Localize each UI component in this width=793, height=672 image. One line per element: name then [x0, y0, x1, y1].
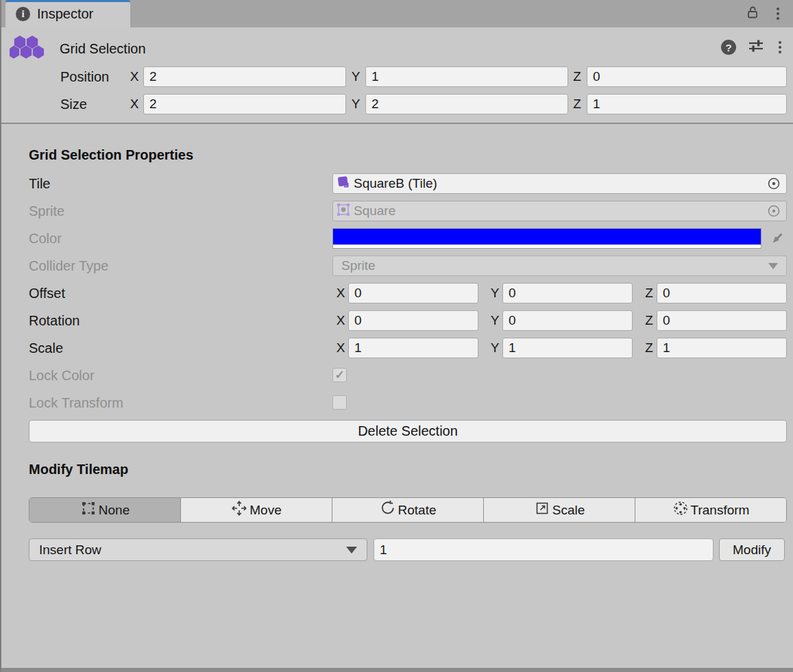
tool-scale-button[interactable]: Scale: [484, 498, 635, 522]
grid-selection-header: Grid Selection ? Position X Y Z Size X Y: [0, 27, 793, 123]
lock-color-label: Lock Color: [29, 365, 95, 386]
position-z-input[interactable]: [587, 66, 787, 87]
tool-label: None: [99, 503, 130, 518]
info-icon: i: [16, 7, 30, 21]
presets-icon[interactable]: [748, 38, 764, 56]
chevron-down-icon: [346, 547, 357, 553]
size-axis-y-label: Y: [350, 94, 361, 114]
object-picker-icon: [767, 204, 781, 218]
tile-label: Tile: [29, 173, 50, 194]
position-label: Position: [60, 66, 109, 87]
delete-selection-button[interactable]: Delete Selection: [29, 420, 787, 443]
tab-menu-kebab-icon[interactable]: [774, 5, 782, 23]
scale-icon: [534, 500, 550, 520]
tile-object-field[interactable]: SquareB (Tile): [332, 173, 787, 194]
size-x-input[interactable]: [143, 94, 346, 114]
size-y-input[interactable]: [365, 94, 568, 114]
offset-axis-z-label: Z: [644, 283, 655, 303]
chevron-down-icon: [768, 263, 778, 269]
rotation-y-input[interactable]: [502, 310, 633, 331]
size-label: Size: [60, 94, 87, 114]
lock-color-checkbox: ✓: [332, 368, 347, 382]
color-label: Color: [29, 228, 62, 249]
transform-icon: [672, 500, 689, 520]
scale-x-input[interactable]: [348, 338, 478, 358]
lock-transform-label: Lock Transform: [29, 393, 123, 413]
check-icon: ✓: [334, 369, 344, 381]
none-selection-icon: [80, 500, 97, 520]
eyedropper-icon: [768, 230, 785, 251]
lock-transform-checkbox: ✓: [332, 395, 347, 410]
tool-transform-button[interactable]: Transform: [635, 498, 786, 522]
operation-value: Insert Row: [39, 543, 101, 558]
collider-type-dropdown: Sprite: [332, 256, 787, 276]
modify-button[interactable]: Modify: [719, 538, 785, 561]
offset-label: Offset: [29, 283, 65, 303]
rotation-z-input[interactable]: [657, 310, 787, 331]
move-icon: [231, 500, 247, 520]
header-menu-kebab-icon[interactable]: [776, 38, 784, 56]
grid-selection-body: Grid Selection Properties Tile SquareB (…: [0, 124, 793, 668]
offset-axis-y-label: Y: [489, 283, 500, 303]
offset-y-input[interactable]: [502, 283, 633, 303]
tool-label: Move: [249, 503, 281, 518]
color-swatch[interactable]: [332, 228, 761, 249]
collider-type-value: Sprite: [341, 258, 376, 273]
grid-selection-icon: [10, 34, 44, 69]
help-icon[interactable]: ?: [721, 40, 736, 55]
scale-axis-y-label: Y: [489, 338, 500, 358]
panel-bottom-edge: [0, 668, 793, 672]
scale-z-input[interactable]: [657, 338, 787, 358]
section-title-grid-selection-properties: Grid Selection Properties: [29, 147, 193, 163]
rotation-axis-z-label: Z: [644, 310, 655, 331]
offset-z-input[interactable]: [657, 283, 787, 303]
size-z-input[interactable]: [587, 94, 787, 114]
position-axis-y-label: Y: [350, 66, 361, 87]
rotation-label: Rotation: [29, 310, 80, 331]
sprite-label: Sprite: [29, 201, 64, 221]
scale-axis-z-label: Z: [644, 338, 655, 358]
position-axis-z-label: Z: [572, 66, 583, 87]
tab-accent-line: [5, 0, 130, 2]
size-axis-x-label: X: [129, 94, 140, 114]
tool-label: Rotate: [398, 503, 437, 518]
tile-icon: [337, 175, 350, 192]
position-y-input[interactable]: [365, 66, 568, 87]
sprite-object-field: Square: [332, 201, 787, 221]
scale-axis-x-label: X: [335, 338, 346, 358]
position-axis-x-label: X: [129, 66, 140, 87]
scale-label: Scale: [29, 338, 63, 358]
size-axis-z-label: Z: [572, 94, 583, 114]
rotation-x-input[interactable]: [348, 310, 478, 331]
offset-axis-x-label: X: [335, 283, 346, 303]
tool-label: Scale: [552, 503, 585, 518]
operation-count-input[interactable]: [374, 538, 713, 561]
tilemap-tool-toolbar: None Move: [29, 497, 787, 523]
tool-rotate-button[interactable]: Rotate: [332, 498, 484, 522]
collider-type-label: Collider Type: [29, 256, 108, 276]
sprite-value: Square: [354, 203, 764, 219]
position-x-input[interactable]: [143, 66, 346, 87]
rotate-icon: [380, 500, 396, 520]
inspector-panel: i Inspector: [0, 0, 793, 672]
rotation-axis-x-label: X: [335, 310, 346, 331]
operation-dropdown[interactable]: Insert Row: [29, 538, 367, 561]
object-picker-icon[interactable]: [767, 177, 781, 190]
lock-icon[interactable]: [745, 5, 760, 23]
section-title-modify-tilemap: Modify Tilemap: [29, 462, 128, 477]
tool-label: Transform: [691, 503, 750, 518]
rotation-axis-y-label: Y: [489, 310, 500, 331]
panel-left-edge: [0, 0, 1, 672]
tab-label: Inspector: [37, 6, 93, 22]
scale-y-input[interactable]: [502, 338, 633, 358]
tool-none-button[interactable]: None: [29, 498, 181, 522]
inspector-tab[interactable]: i Inspector: [5, 0, 130, 27]
tool-move-button[interactable]: Move: [181, 498, 332, 522]
color-alpha-bar: [333, 245, 761, 248]
sprite-icon: [337, 203, 350, 219]
header-title: Grid Selection: [60, 41, 146, 57]
tab-bar: i Inspector: [0, 0, 793, 27]
tile-value: SquareB (Tile): [354, 176, 764, 191]
color-swatch-main: [333, 229, 761, 245]
offset-x-input[interactable]: [348, 283, 478, 303]
